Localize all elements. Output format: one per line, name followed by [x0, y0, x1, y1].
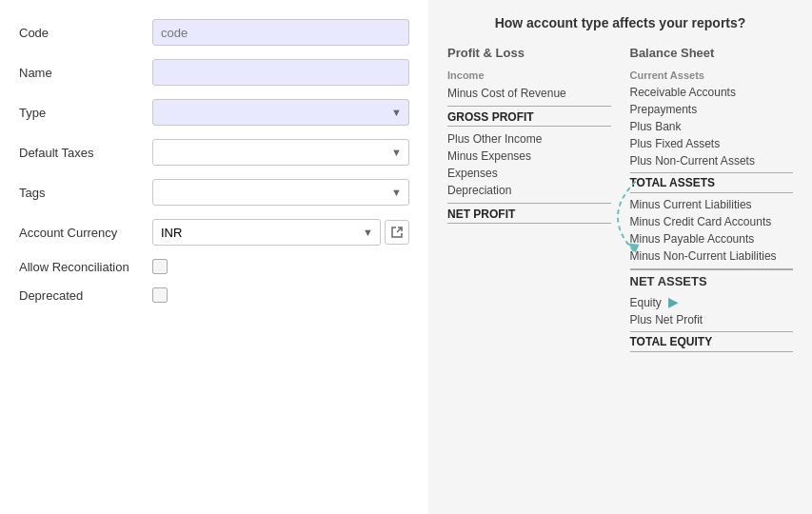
pl-minus-cost: Minus Cost of Revenue	[447, 85, 611, 102]
pl-expenses: Expenses	[447, 165, 611, 182]
bs-plus-net-profit: Plus Net Profit	[630, 311, 794, 328]
allow-reconciliation-checkbox[interactable]	[152, 259, 168, 274]
type-select-wrapper: ▼	[152, 99, 409, 126]
total-assets: TOTAL ASSETS	[630, 172, 794, 193]
code-row: Code	[19, 19, 409, 46]
bs-plus-bank: Plus Bank	[630, 118, 794, 135]
pl-plus-other-income: Plus Other Income	[447, 130, 611, 148]
pl-header: Profit & Loss	[447, 46, 611, 60]
tags-wrapper: ▼	[152, 179, 409, 206]
bs-equity: Equity ▶	[630, 292, 794, 311]
code-input[interactable]	[152, 19, 409, 46]
right-panel: How account type affects your reports? P…	[428, 0, 812, 514]
total-equity: TOTAL EQUITY	[630, 331, 794, 352]
deprecated-wrapper	[152, 287, 168, 303]
bs-plus-non-current-assets: Plus Non-Current Assets	[630, 152, 794, 169]
tags-select[interactable]	[152, 179, 409, 206]
bs-column: Balance Sheet Current Assets Receivable …	[630, 46, 794, 355]
bs-minus-current-liabilities: Minus Current Liabilities	[630, 196, 794, 213]
right-title: How account type affects your reports?	[447, 15, 793, 30]
type-label: Type	[19, 106, 152, 120]
external-link-button[interactable]	[385, 220, 409, 245]
type-select[interactable]	[152, 99, 409, 126]
external-link-icon	[390, 226, 404, 239]
pl-income-section: Income	[447, 69, 611, 81]
account-currency-row: Account Currency INR ▼	[19, 219, 409, 246]
left-panel: Code Name Type ▼ Default Taxes ▼ Tags	[0, 0, 428, 514]
bs-minus-non-current-liabilities: Minus Non-Current Liabilities	[630, 247, 794, 265]
columns-wrapper: Profit & Loss Income Minus Cost of Reven…	[447, 46, 793, 355]
bs-minus-payable: Minus Payable Accounts	[630, 230, 794, 247]
bs-receivable-accounts: Receivable Accounts	[630, 84, 794, 101]
net-profit: NET PROFIT	[447, 203, 611, 224]
code-label: Code	[19, 26, 152, 40]
name-input[interactable]	[152, 59, 409, 86]
default-taxes-select[interactable]	[152, 139, 409, 166]
default-taxes-row: Default Taxes ▼	[19, 139, 409, 166]
pl-minus-expenses: Minus Expenses	[447, 148, 611, 165]
bs-minus-credit-card: Minus Credit Card Accounts	[630, 213, 794, 230]
deprecated-checkbox[interactable]	[152, 287, 168, 303]
currency-wrapper: INR ▼	[152, 219, 409, 246]
bs-prepayments: Prepayments	[630, 101, 794, 118]
currency-select-wrap: INR ▼	[152, 219, 381, 246]
allow-reconciliation-wrapper	[152, 259, 168, 274]
tags-label: Tags	[19, 186, 152, 200]
pl-depreciation: Depreciation	[447, 182, 611, 199]
bs-current-assets-section: Current Assets	[630, 69, 794, 81]
bs-plus-fixed-assets: Plus Fixed Assets	[630, 135, 794, 152]
tags-row: Tags ▼	[19, 179, 409, 206]
name-label: Name	[19, 66, 152, 80]
pl-column: Profit & Loss Income Minus Cost of Reven…	[447, 46, 611, 355]
gross-profit: GROSS PROFIT	[447, 106, 611, 127]
currency-select[interactable]: INR	[152, 219, 381, 246]
equity-arrow-icon: ▶	[668, 294, 679, 309]
default-taxes-wrapper: ▼	[152, 139, 409, 166]
deprecated-label: Deprecated	[19, 288, 152, 303]
default-taxes-label: Default Taxes	[19, 146, 152, 160]
bs-header: Balance Sheet	[630, 46, 794, 60]
type-row: Type ▼	[19, 99, 409, 126]
name-row: Name	[19, 59, 409, 86]
deprecated-row: Deprecated	[19, 287, 409, 303]
allow-reconciliation-row: Allow Reconciliation	[19, 259, 409, 274]
account-currency-label: Account Currency	[19, 226, 152, 240]
net-assets: NET ASSETS	[630, 268, 794, 292]
allow-reconciliation-label: Allow Reconciliation	[19, 260, 152, 274]
